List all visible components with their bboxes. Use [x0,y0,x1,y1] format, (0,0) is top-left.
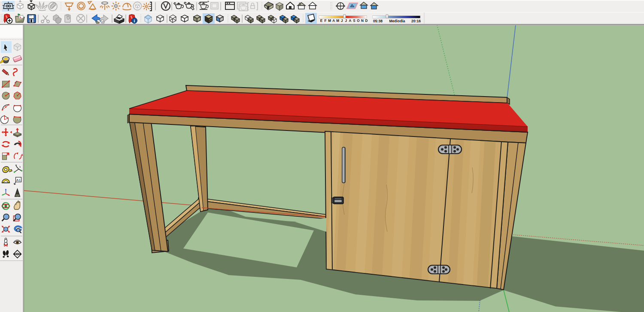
svg-text:E: E [320,19,323,23]
svg-text:A1: A1 [16,178,21,182]
svg-text:M: M [336,19,339,23]
svg-text:D: D [365,19,368,23]
svg-text:A: A [332,19,335,23]
svg-text:A: A [349,19,351,23]
svg-text:J: J [345,19,347,23]
svg-text:J: J [341,19,343,23]
svg-text:i: i [134,18,135,23]
svg-text:M: M [328,19,331,23]
svg-text:O: O [357,19,360,23]
svg-text:05:38: 05:38 [373,19,383,23]
svg-text:N: N [361,19,364,23]
svg-text:S: S [353,19,355,23]
svg-text:F: F [324,19,326,23]
svg-text:Mediodía: Mediodía [389,19,405,23]
svg-text:20:16: 20:16 [411,19,421,23]
